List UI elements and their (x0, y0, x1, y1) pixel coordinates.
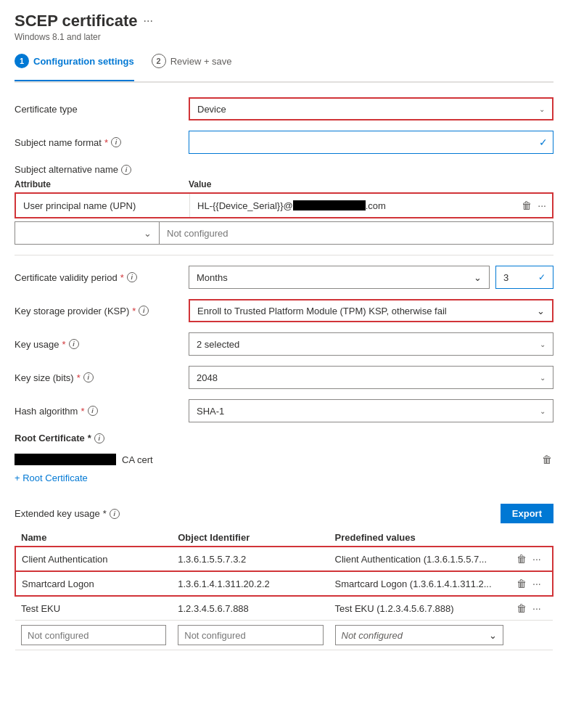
san-attr-header: Attribute (15, 179, 189, 189)
ksp-control: Enroll to Trusted Platform Module (TPM) … (189, 299, 553, 322)
root-cert-name: CA cert (15, 454, 153, 465)
eku-row-1-actions: 🗑 ··· (509, 547, 553, 571)
san-attr-cell-1: User principal name (UPN) (16, 194, 190, 217)
eku-row-2-delete-btn[interactable]: 🗑 (515, 576, 528, 591)
ksp-dropdown[interactable]: Enroll to Trusted Platform Module (TPM) … (189, 299, 553, 322)
eku-row-1-action-btns: 🗑 ··· (515, 552, 546, 566)
subject-name-format-row: Subject name format * i CN={{AAD_Device_… (15, 131, 553, 154)
ksp-label: Key storage provider (KSP) * i (15, 306, 189, 316)
validity-controls: Months ⌄ 3 ✓ (189, 266, 553, 289)
eku-row-empty-predefined-dropdown[interactable]: Not configured ⌄ (335, 625, 504, 645)
root-cert-delete-btn[interactable]: 🗑 (540, 452, 553, 467)
eku-row-empty-predefined-chevron: ⌄ (489, 630, 497, 641)
ksp-required: * (132, 306, 136, 316)
hash-algorithm-chevron: ⌄ (540, 407, 546, 415)
key-size-info-icon[interactable]: i (83, 372, 94, 383)
certificate-type-row: Certificate type Device ⌄ (15, 97, 553, 120)
eku-col-predefined: Predefined values (329, 529, 510, 547)
eku-row-2-action-btns: 🗑 ··· (515, 576, 546, 591)
certificate-type-control: Device ⌄ (189, 97, 553, 120)
eku-row-3-name: Test EKU (15, 596, 172, 621)
eku-row-2-predefined: Smartcard Logon (1.3.6.1.4.1.311.2... (329, 571, 510, 596)
eku-row-2-name: Smartcard Logon (15, 571, 172, 596)
key-usage-dropdown[interactable]: 2 selected ⌄ (189, 332, 553, 356)
hash-algorithm-dropdown[interactable]: SHA-1 ⌄ (189, 399, 553, 422)
san-val-cell-1: HL-{{Device_Serial}}@.com (190, 194, 516, 217)
eku-row-empty-name-input[interactable] (21, 625, 166, 645)
hash-algorithm-value: SHA-1 (197, 406, 224, 417)
hash-algorithm-control: SHA-1 ⌄ (189, 399, 553, 422)
san-row-inner: User principal name (UPN) HL-{{Device_Se… (16, 194, 516, 217)
eku-row-3-more-btn[interactable]: ··· (531, 601, 543, 615)
eku-info-icon[interactable]: i (110, 509, 120, 519)
hash-algorithm-required: * (81, 406, 84, 417)
step-1[interactable]: 1 Configuration settings (15, 54, 134, 74)
san-empty-dropdown-chevron: ⌄ (144, 228, 152, 239)
san-more-btn-1[interactable]: ··· (536, 198, 548, 213)
add-root-cert-link[interactable]: + Root Certificate (15, 473, 88, 483)
eku-row-empty-name-cell (15, 621, 172, 650)
subject-name-format-info-icon[interactable]: i (111, 137, 121, 147)
page-subtitle: Windows 8.1 and later (15, 32, 553, 42)
ksp-info-icon[interactable]: i (139, 306, 149, 316)
certificate-type-dropdown[interactable]: Device ⌄ (189, 97, 553, 120)
divider-1 (15, 255, 553, 255)
export-button[interactable]: Export (501, 504, 553, 523)
eku-col-oid: Object Identifier (172, 529, 329, 547)
certificate-type-value: Device (197, 104, 226, 115)
eku-section: Extended key usage * i Export Name Objec… (15, 504, 553, 650)
eku-col-name: Name (15, 529, 172, 547)
hash-algorithm-label: Hash algorithm * i (15, 406, 189, 417)
eku-row-1-oid: 1.3.6.1.5.5.7.3.2 (172, 547, 329, 571)
step-1-label: Configuration settings (33, 56, 134, 67)
key-usage-label: Key usage * i (15, 339, 189, 350)
key-size-value: 2048 (197, 372, 218, 383)
hash-algorithm-info-icon[interactable]: i (88, 406, 98, 416)
eku-required: * (103, 508, 107, 519)
key-size-dropdown[interactable]: 2048 ⌄ (189, 366, 553, 389)
key-size-label: Key size (bits) * i (15, 372, 189, 383)
eku-row-1-predefined: Client Authentication (1.3.6.1.5.5.7... (329, 547, 510, 571)
key-usage-control: 2 selected ⌄ (189, 332, 553, 356)
eku-row-3-predefined: Test EKU (1.2.3.4.5.6.7.888) (329, 596, 510, 621)
key-usage-required: * (62, 339, 65, 350)
ellipsis-icon[interactable]: ··· (144, 15, 153, 28)
subject-name-format-label: Subject name format * i (15, 137, 189, 148)
root-cert-label: Root Certificate * i (15, 433, 553, 443)
root-cert-info-icon[interactable]: i (94, 433, 104, 443)
validity-unit-dropdown[interactable]: Months ⌄ (189, 266, 490, 289)
eku-row-empty-predefined-value: Not configured (342, 630, 403, 641)
san-empty-input[interactable] (160, 221, 553, 245)
san-empty-row: ⌄ (15, 221, 553, 245)
key-usage-chevron: ⌄ (540, 340, 546, 348)
required-marker: * (104, 137, 108, 148)
eku-row-1-delete-btn[interactable]: 🗑 (515, 552, 528, 566)
validity-unit-value: Months (197, 272, 228, 283)
certificate-type-label: Certificate type (15, 104, 189, 115)
san-row-1: User principal name (UPN) HL-{{Device_Se… (15, 192, 553, 218)
ksp-row: Key storage provider (KSP) * i Enroll to… (15, 299, 553, 322)
eku-row-2-more-btn[interactable]: ··· (531, 576, 543, 591)
validity-unit-chevron: ⌄ (474, 272, 482, 283)
eku-row-3-oid: 1.2.3.4.5.6.7.888 (172, 596, 329, 621)
step-2-label: Review + save (170, 56, 232, 67)
root-cert-masked (15, 454, 116, 465)
ksp-value: Enroll to Trusted Platform Module (TPM) … (197, 306, 447, 316)
key-usage-info-icon[interactable]: i (69, 339, 79, 349)
subject-name-format-input[interactable]: CN={{AAD_Device_ID}} (189, 131, 553, 154)
san-empty-dropdown[interactable]: ⌄ (15, 221, 160, 245)
san-info-icon[interactable]: i (121, 165, 131, 175)
san-delete-btn-1[interactable]: 🗑 (520, 198, 533, 213)
eku-row-1-more-btn[interactable]: ··· (531, 552, 543, 566)
validity-info-icon[interactable]: i (127, 272, 137, 282)
certificate-type-chevron: ⌄ (539, 105, 545, 113)
eku-col-actions (509, 529, 553, 547)
eku-table: Name Object Identifier Predefined values… (15, 529, 553, 650)
subject-name-format-control: CN={{AAD_Device_ID}} ✓ (189, 131, 553, 154)
step-2[interactable]: 2 Review + save (152, 54, 232, 74)
eku-row-empty-oid-input[interactable] (178, 625, 323, 645)
eku-row-3-delete-btn[interactable]: 🗑 (515, 601, 528, 615)
eku-row-1-name: Client Authentication (15, 547, 172, 571)
san-section: Subject alternative name i Attribute Val… (15, 164, 553, 245)
subject-name-format-check-icon: ✓ (539, 136, 548, 148)
